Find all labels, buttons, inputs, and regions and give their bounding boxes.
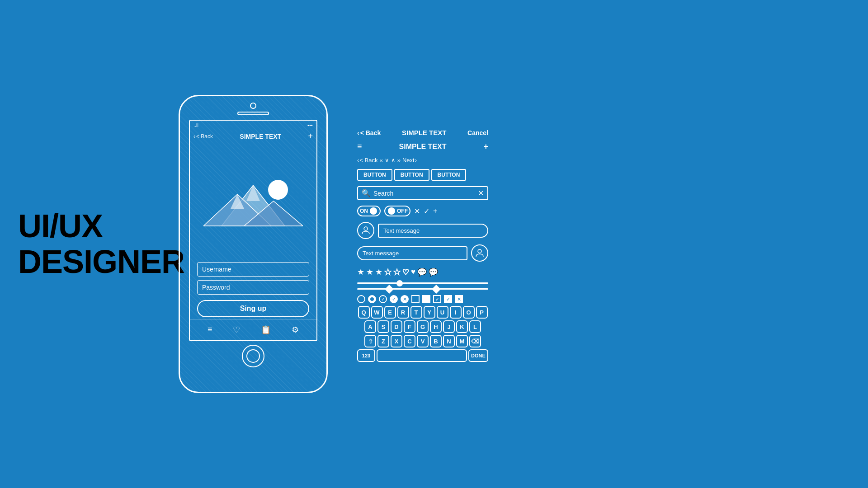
comment-empty-icon[interactable]: 💬 — [417, 267, 427, 277]
check-icon[interactable]: ✓ — [424, 207, 429, 216]
button-3[interactable]: BUTTON — [431, 169, 467, 181]
search-bar[interactable]: 🔍 ✕ — [357, 186, 488, 200]
double-prev-icon[interactable]: « — [379, 157, 382, 164]
hamburger-icon[interactable]: ≡ — [357, 142, 362, 151]
search-input[interactable] — [373, 190, 475, 197]
panel-back-arrow[interactable]: ‹ < Back — [357, 157, 377, 164]
key-w[interactable]: W — [371, 306, 383, 319]
key-d[interactable]: D — [391, 320, 402, 333]
star-4-empty[interactable]: ★ — [384, 267, 392, 277]
key-j[interactable]: J — [443, 320, 455, 333]
key-x[interactable]: X — [391, 335, 402, 347]
panel-sliders — [357, 280, 488, 292]
toggle-on[interactable]: ON — [357, 206, 381, 216]
key-space[interactable] — [377, 349, 467, 362]
settings-icon[interactable]: ⚙ — [292, 325, 299, 335]
radio-filled[interactable] — [368, 295, 376, 303]
button-1[interactable]: BUTTON — [357, 169, 392, 181]
avatar-right — [471, 244, 488, 262]
down-icon[interactable]: ∨ — [385, 157, 389, 164]
person-icon-right — [474, 248, 485, 258]
key-m[interactable]: M — [456, 335, 468, 347]
search-icon: 🔍 — [362, 189, 371, 197]
key-backspace[interactable]: ⌫ — [469, 335, 481, 347]
comment-filled-icon[interactable]: 💬 — [429, 267, 438, 277]
key-y[interactable]: Y — [424, 306, 435, 319]
username-input[interactable]: Username — [197, 262, 309, 277]
star-5-empty[interactable]: ★ — [393, 267, 401, 277]
panel-menu-plus[interactable]: + — [483, 142, 488, 151]
key-i[interactable]: I — [450, 306, 462, 319]
checkbox-check[interactable]: ✓ — [433, 295, 441, 303]
key-u[interactable]: U — [437, 306, 448, 319]
back-label: < Back — [360, 129, 381, 136]
checkbox-x[interactable]: ✕ — [455, 295, 463, 303]
radio-check[interactable]: ✓ — [379, 295, 387, 303]
checkbox-filled[interactable] — [422, 295, 430, 303]
heart-empty-1[interactable]: ♡ — [402, 267, 409, 277]
key-c[interactable]: C — [404, 335, 415, 347]
double-next-icon[interactable]: » — [397, 157, 401, 164]
signup-button[interactable]: Sing up — [197, 300, 309, 317]
key-a[interactable]: A — [364, 320, 376, 333]
svg-point-0 — [268, 180, 288, 200]
notes-icon[interactable]: 📋 — [261, 325, 271, 335]
toggle-off[interactable]: OFF — [384, 206, 410, 216]
key-l[interactable]: L — [469, 320, 481, 333]
slider-1[interactable] — [357, 282, 488, 284]
key-f[interactable]: F — [404, 320, 415, 333]
panel-back-button[interactable]: ‹ < Back — [357, 129, 381, 136]
panel-chat-right: Text message — [357, 219, 488, 242]
key-z[interactable]: Z — [377, 335, 389, 347]
key-q[interactable]: Q — [358, 306, 370, 319]
heart-icon[interactable]: ♡ — [233, 325, 240, 335]
checkbox-check2[interactable]: ✓ — [444, 295, 452, 303]
back-label: < Back — [359, 157, 377, 164]
key-s[interactable]: S — [377, 320, 389, 333]
clear-icon[interactable]: ✕ — [478, 189, 484, 197]
plus-icon[interactable]: + — [433, 207, 437, 215]
radio-empty[interactable] — [357, 295, 365, 303]
chat-bubble-right[interactable]: Text message — [378, 224, 488, 238]
key-t[interactable]: T — [410, 306, 422, 319]
key-b[interactable]: B — [430, 335, 442, 347]
key-done[interactable]: DONE — [468, 349, 488, 362]
next-label: Next — [402, 157, 415, 164]
key-r[interactable]: R — [397, 306, 409, 319]
title-line1: UI/UX — [18, 208, 103, 244]
keyboard-row-4: 123 DONE — [357, 349, 488, 362]
key-v[interactable]: V — [417, 335, 429, 347]
x-icon[interactable]: ✕ — [414, 207, 420, 216]
phone-home-button[interactable] — [242, 345, 264, 367]
phone-back-button[interactable]: ‹ < Back — [193, 133, 213, 140]
panel-cancel-button[interactable]: Cancel — [467, 129, 488, 136]
key-p[interactable]: P — [476, 306, 488, 319]
slider-2[interactable] — [357, 288, 488, 290]
key-shift[interactable]: ⇧ — [364, 335, 376, 347]
password-input[interactable]: Password — [197, 280, 309, 295]
phone-plus-button[interactable]: + — [308, 131, 313, 141]
avatar-left — [357, 222, 374, 239]
chat-bubble-left[interactable]: Text message — [357, 246, 467, 260]
up-icon[interactable]: ∧ — [391, 157, 396, 164]
menu-icon[interactable]: ≡ — [208, 325, 212, 335]
key-e[interactable]: E — [384, 306, 396, 319]
next-button[interactable]: Next › — [402, 157, 417, 164]
key-123[interactable]: 123 — [357, 349, 375, 362]
radio-x[interactable]: ✕ — [401, 295, 409, 303]
panel-buttons-row: BUTTON BUTTON BUTTON — [357, 166, 488, 183]
key-h[interactable]: H — [430, 320, 442, 333]
button-2[interactable]: BUTTON — [394, 169, 429, 181]
slider-1-thumb[interactable] — [396, 280, 403, 286]
star-1-filled[interactable]: ★ — [357, 267, 364, 277]
heart-filled-1[interactable]: ♥ — [411, 267, 415, 277]
key-n[interactable]: N — [443, 335, 455, 347]
panel-top-title: SIMPLE TEXT — [402, 129, 446, 136]
key-g[interactable]: G — [417, 320, 429, 333]
key-k[interactable]: K — [456, 320, 468, 333]
checkbox-empty[interactable] — [411, 295, 420, 303]
star-3-filled[interactable]: ★ — [375, 267, 382, 277]
star-2-filled[interactable]: ★ — [366, 267, 373, 277]
key-o[interactable]: O — [463, 306, 475, 319]
radio-check2[interactable]: ✓ — [390, 295, 398, 303]
